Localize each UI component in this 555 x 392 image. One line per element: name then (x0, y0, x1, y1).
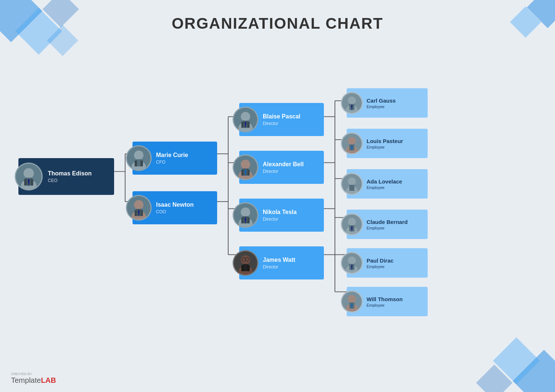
page-title: ORGANIZATIONAL CHART (0, 15, 555, 32)
footer-brand-container: TemplateLAB (11, 376, 56, 385)
vp2-text: Isaac Newton COO (156, 201, 194, 214)
svg-rect-60 (243, 264, 248, 271)
emp1-name: Carl Gauss (367, 97, 396, 104)
svg-point-22 (24, 168, 34, 178)
dir4-role: Director (263, 264, 295, 270)
vp2-avatar-svg (127, 195, 151, 221)
dir1-avatar-svg (234, 107, 257, 132)
emp5-role: Employee (367, 264, 393, 269)
svg-rect-50 (248, 170, 250, 175)
emp2-role: Employee (367, 145, 403, 149)
node-emp4: Claude Bernard Employee (347, 210, 428, 239)
svg-rect-56 (248, 217, 250, 223)
emp1-avatar (341, 92, 363, 114)
emp6-avatar (341, 291, 363, 313)
svg-rect-37 (135, 210, 137, 216)
vp1-name: Marie Curie (156, 152, 188, 158)
emp2-avatar-svg (342, 132, 362, 154)
emp1-avatar-svg (342, 92, 362, 114)
svg-rect-38 (141, 210, 143, 216)
svg-rect-25 (24, 179, 26, 186)
footer-brand: TemplateLAB (11, 376, 56, 384)
emp4-avatar (341, 213, 363, 235)
svg-rect-55 (241, 217, 244, 223)
dir3-avatar-svg (234, 202, 257, 228)
vp1-text: Marie Curie CFO (156, 152, 188, 165)
dir2-name: Alexander Bell (263, 161, 304, 168)
footer-brand-regular: Template (11, 376, 41, 384)
svg-point-40 (241, 112, 250, 121)
ceo-name: Thomas Edison (48, 170, 92, 177)
emp3-name: Ada Lovelace (367, 178, 402, 185)
emp1-role: Employee (367, 104, 396, 109)
svg-point-67 (348, 96, 356, 104)
emp6-name: Will Thomson (367, 296, 403, 302)
dir4-name: James Watt (263, 256, 295, 263)
node-vp2: Isaac Newton COO (132, 191, 217, 224)
node-dir1: Blaise Pascal Director (239, 103, 324, 136)
vp2-role: COO (156, 209, 194, 214)
dir1-avatar (233, 107, 258, 132)
dir1-text: Blaise Pascal Director (263, 113, 300, 126)
dir2-role: Director (263, 169, 304, 174)
svg-point-82 (348, 256, 356, 264)
emp3-avatar-svg (342, 173, 362, 195)
svg-rect-32 (135, 160, 137, 166)
svg-rect-77 (349, 185, 354, 191)
ceo-avatar (15, 163, 43, 190)
svg-point-52 (241, 207, 250, 217)
node-emp6: Will Thomson Employee (347, 287, 428, 316)
svg-point-78 (348, 218, 356, 226)
svg-point-34 (134, 200, 144, 210)
svg-rect-61 (241, 265, 244, 271)
footer: CREATED BY TemplateLAB (11, 373, 56, 385)
emp2-text: Louis Pasteur Employee (367, 138, 403, 149)
emp1-text: Carl Gauss Employee (367, 97, 396, 109)
dir3-text: Nikola Tesla Director (263, 209, 297, 222)
svg-point-29 (134, 150, 144, 160)
node-dir2: Alexander Bell Director (239, 151, 324, 184)
svg-rect-44 (248, 122, 250, 128)
dir1-role: Director (263, 121, 300, 126)
dir3-role: Director (263, 217, 297, 222)
svg-rect-26 (31, 179, 33, 186)
ceo-role: CEO (48, 178, 92, 183)
dir3-name: Nikola Tesla (263, 209, 297, 215)
chart-container: Thomas Edison CEO Marie Curie CFO (11, 44, 544, 363)
emp6-avatar-svg (342, 291, 362, 313)
emp3-avatar (341, 173, 363, 195)
emp2-name: Louis Pasteur (367, 138, 403, 144)
svg-rect-62 (248, 265, 250, 271)
svg-point-71 (348, 137, 356, 145)
dir2-text: Alexander Bell Director (263, 161, 304, 174)
emp5-name: Paul Dirac (367, 257, 393, 264)
emp5-avatar-svg (342, 252, 362, 274)
dir2-avatar (233, 154, 258, 180)
node-dir4: James Watt Director (239, 246, 324, 279)
emp2-avatar (341, 132, 363, 154)
ceo-text: Thomas Edison CEO (48, 170, 92, 183)
emp4-name: Claude Bernard (367, 219, 408, 225)
node-emp1: Carl Gauss Employee (347, 88, 428, 118)
emp4-text: Claude Bernard Employee (367, 219, 408, 230)
dir1-name: Blaise Pascal (263, 113, 300, 120)
emp5-text: Paul Dirac Employee (367, 257, 393, 269)
ceo-avatar-svg (16, 163, 42, 190)
node-vp1: Marie Curie CFO (132, 142, 217, 175)
dir4-avatar (233, 250, 258, 276)
svg-point-86 (348, 295, 356, 303)
svg-point-46 (241, 160, 250, 169)
node-dir3: Nikola Tesla Director (239, 199, 324, 232)
emp5-avatar (341, 252, 363, 274)
vp2-avatar (126, 195, 152, 221)
emp4-role: Employee (367, 226, 408, 230)
node-ceo: Thomas Edison CEO (18, 158, 114, 195)
emp6-text: Will Thomson Employee (367, 296, 403, 307)
dir3-avatar (233, 202, 258, 228)
footer-content: CREATED BY TemplateLAB (11, 373, 56, 385)
emp4-avatar-svg (342, 213, 362, 235)
vp2-name: Isaac Newton (156, 201, 194, 208)
svg-rect-43 (241, 122, 244, 128)
dir4-text: James Watt Director (263, 256, 295, 270)
node-emp5: Paul Dirac Employee (347, 248, 428, 278)
